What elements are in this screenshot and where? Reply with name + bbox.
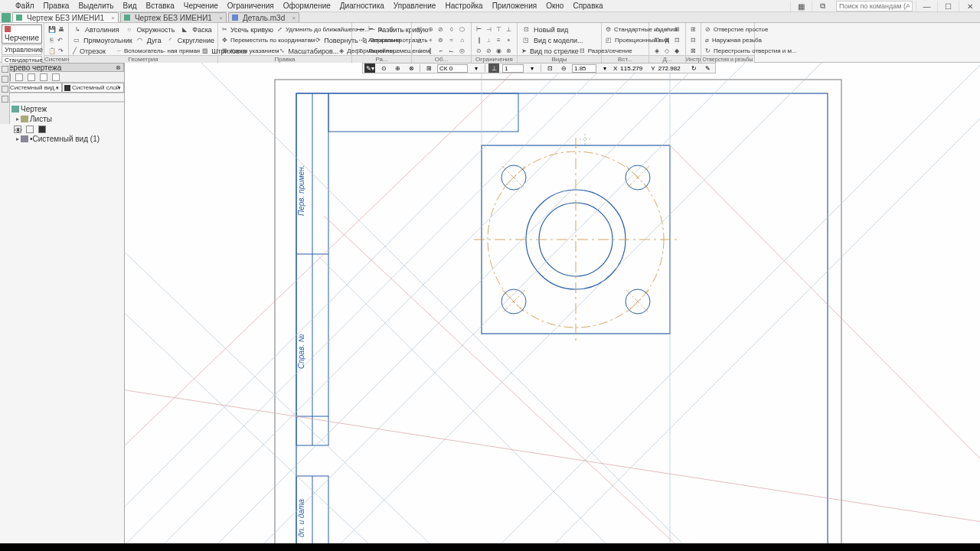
cs-combo[interactable]: СК 0 [437, 64, 468, 73]
hole-icon[interactable]: ⊘ [704, 25, 711, 34]
a14-icon[interactable]: ⌙ [446, 47, 456, 56]
pt3-icon[interactable] [28, 73, 35, 81]
close-icon[interactable]: × [111, 15, 115, 21]
menu-format[interactable]: Оформление [279, 2, 335, 10]
autoline-icon[interactable]: ↳ [72, 25, 83, 34]
menu-constraints[interactable]: Ограничения [223, 2, 279, 10]
menu-help[interactable]: Справка [568, 2, 607, 10]
rail-icon-4[interactable] [2, 96, 8, 103]
scale-combo[interactable]: 1 [502, 64, 524, 73]
stdpart-icon[interactable]: ⚙ [605, 25, 612, 34]
rebuild-icon[interactable]: ↻ [704, 47, 711, 56]
c5-icon[interactable]: ∥ [475, 36, 484, 45]
screen-icon[interactable]: ⧉ [812, 1, 833, 11]
i2-icon[interactable]: ⊟ [689, 36, 697, 45]
lock-toggle[interactable] [26, 126, 34, 133]
d1-icon[interactable]: ⚠ [652, 25, 662, 34]
d3-icon[interactable]: ⊞ [672, 25, 681, 34]
snap3-icon[interactable]: ⊗ [406, 64, 416, 73]
refresh-icon[interactable]: ↻ [689, 64, 700, 73]
a10-icon[interactable]: ⌂ [457, 36, 467, 45]
a13-icon[interactable]: ⌐ [436, 47, 446, 56]
rail-icon-1[interactable] [2, 66, 8, 73]
mode-manage[interactable]: Управление [2, 44, 42, 55]
c3-icon[interactable]: ⊤ [495, 25, 504, 34]
d9-icon[interactable]: ◆ [672, 47, 681, 56]
menu-drawing[interactable]: Черчение [179, 2, 223, 10]
a2-icon[interactable]: ⊕ [426, 25, 436, 34]
zoom-value[interactable]: 1.85 [572, 64, 596, 73]
c4-icon[interactable]: ⊥ [504, 25, 513, 34]
paste-icon[interactable]: 📋 [47, 47, 57, 56]
menu-view[interactable]: Вид [119, 2, 142, 10]
c2-icon[interactable]: ⊣ [485, 25, 494, 34]
tree-sheets[interactable]: ▸Листы [2, 114, 122, 124]
i1-icon[interactable]: ⊞ [689, 25, 697, 34]
dim4-icon[interactable]: ⌀ [387, 25, 397, 34]
i3-icon[interactable]: ⊠ [689, 47, 697, 56]
menu-manage[interactable]: Управление [389, 2, 441, 10]
filter-input[interactable] [13, 94, 124, 102]
rect-icon[interactable]: ▭ [72, 36, 81, 45]
a11-icon[interactable]: ⊥ [415, 47, 425, 56]
grid-icon[interactable]: ⊞ [423, 64, 434, 73]
close-icon[interactable]: × [219, 15, 223, 21]
a7-icon[interactable]: ⌖ [426, 36, 436, 45]
a1-icon[interactable]: ▽ [415, 25, 425, 34]
c9-icon[interactable]: ⊙ [475, 47, 484, 56]
pen-icon[interactable]: ✎▾ [364, 64, 375, 73]
lindim-icon[interactable]: ↔ [355, 36, 366, 45]
a12-icon[interactable]: ∥ [426, 47, 436, 56]
drawing-canvas[interactable]: ✎▾ ⊙ ⊕ ⊗ ⊞ СК 0 ▾ ⊥ 1 ▾ ⊡ ⊖ 1.85 ▾ X 115… [125, 63, 980, 543]
a15-icon[interactable]: ◎ [457, 47, 467, 56]
c7-icon[interactable]: ≡ [495, 36, 504, 45]
mode-drawing[interactable]: Черчение [2, 24, 42, 44]
snap2-icon[interactable]: ⊕ [392, 64, 403, 73]
dim2-icon[interactable]: ⊢ [366, 25, 376, 34]
line-icon[interactable]: ╱ [72, 47, 77, 56]
auxline-icon[interactable]: ┄ [116, 47, 122, 56]
zoom-dd-icon[interactable]: ▾ [599, 64, 610, 73]
trim-icon[interactable]: ✂ [221, 25, 228, 34]
a5-icon[interactable]: ⬡ [457, 25, 467, 34]
layout-icon[interactable]: ▦ [790, 1, 812, 11]
a9-icon[interactable]: ≈ [446, 36, 456, 45]
menu-diagnostics[interactable]: Диагностика [335, 2, 389, 10]
move-icon[interactable]: ✥ [221, 36, 228, 45]
tree-sysview[interactable]: ▸• Системный вид (1) [2, 134, 122, 144]
doc-tab-1[interactable]: Чертеж БЕЗ ИМЕНИ1× [12, 12, 119, 22]
rail-icon-2[interactable] [2, 76, 8, 83]
doc-tab-2[interactable]: Чертеж БЕЗ ИМЕНИ1× [120, 12, 227, 22]
rotate-icon[interactable]: ⟳ [315, 36, 322, 45]
d4-icon[interactable]: ⊟ [652, 36, 662, 45]
a6-icon[interactable]: △ [415, 36, 425, 45]
c10-icon[interactable]: ⊘ [485, 47, 494, 56]
active-toggle[interactable] [38, 126, 46, 133]
d6-icon[interactable]: ⊡ [672, 36, 681, 45]
minimize-button[interactable]: — [916, 1, 937, 11]
thread-icon[interactable]: ⌀ [704, 36, 710, 45]
d8-icon[interactable]: ◇ [662, 47, 671, 56]
dim5-icon[interactable]: ⌓ [397, 25, 407, 34]
menu-insert[interactable]: Вставка [142, 2, 179, 10]
text-icon[interactable]: T [355, 47, 366, 56]
close-icon[interactable]: × [292, 15, 296, 21]
dim3-icon[interactable]: ⊾ [377, 25, 387, 34]
copy-icon[interactable]: ⎘ [47, 36, 56, 45]
menu-edit[interactable]: Правка [39, 2, 74, 10]
a3-icon[interactable]: ⊘ [436, 25, 446, 34]
hatch-icon[interactable]: ▨ [201, 47, 209, 56]
vis-toggle[interactable]: 👁 [14, 126, 21, 133]
c6-icon[interactable]: ⟂ [485, 36, 494, 45]
pin-icon[interactable]: ⊗ [116, 64, 121, 71]
a8-icon[interactable]: ⊚ [436, 36, 446, 45]
scale-icon[interactable]: ⤡ [279, 47, 286, 56]
copy-tool-icon[interactable]: ⊞ [221, 47, 228, 56]
d7-icon[interactable]: ◈ [652, 47, 662, 56]
command-search[interactable] [836, 1, 913, 11]
menu-file[interactable]: Файл [11, 2, 39, 10]
undo-icon[interactable]: ↶ [57, 36, 65, 45]
a4-icon[interactable]: ◊ [446, 25, 456, 34]
menu-settings[interactable]: Настройка [440, 2, 487, 10]
arrowview-icon[interactable]: ➤ [521, 47, 528, 56]
